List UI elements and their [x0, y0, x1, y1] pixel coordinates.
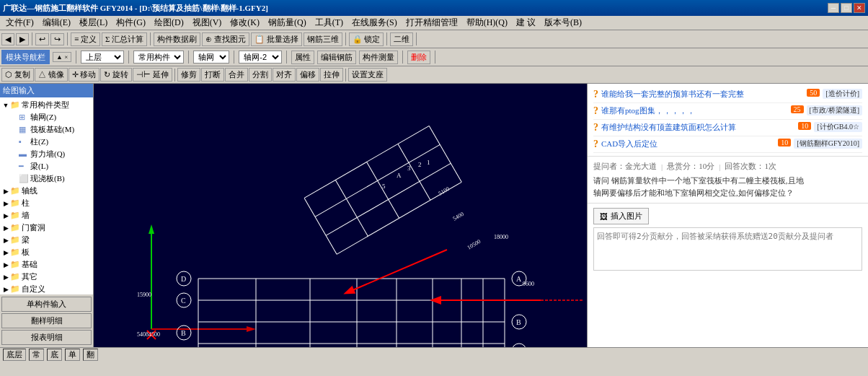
toolbar-delete[interactable]: 删除 [407, 51, 430, 64]
menu-view[interactable]: 视图(V) [188, 15, 226, 30]
floor-combo[interactable]: 上层底层 [81, 51, 124, 64]
badge-1: 50 [807, 89, 820, 97]
minimize-button[interactable]: ─ [828, 3, 839, 13]
tree-raft[interactable]: ▦ 筏板基础(M) [10, 123, 92, 136]
menu-rebar-qty[interactable]: 钢筋量(Q) [264, 15, 311, 30]
folder-icon4: 📁 [10, 211, 20, 221]
tree-beam2[interactable]: ▶ 📁 梁 [1, 234, 92, 246]
tree-shearwall[interactable]: ▬ 剪力墙(Q) [10, 148, 92, 160]
answer-area: 🖼 插入图片 [588, 204, 868, 347]
single-input-btn[interactable]: 单构件输入 [1, 297, 92, 312]
toolbar-2d[interactable]: 二维 [390, 32, 413, 46]
folder-icon8: 📁 [10, 260, 20, 270]
menu-file[interactable]: 文件(F) [1, 15, 38, 30]
tree-area: ▼ 📁 常用构件类型 ⊞ 轴网(Z) ▦ 筏板基础(M) ▪ 柱(Z) [0, 97, 93, 294]
expand-icon3 [10, 126, 19, 134]
tree-custom[interactable]: ▶ 📁 自定义 [1, 283, 92, 294]
toolbar-redo[interactable]: ↪ [50, 33, 64, 45]
menu-floor[interactable]: 楼层(L) [75, 15, 112, 30]
float-btn[interactable]: ▲ × [53, 52, 71, 62]
menu-online[interactable]: 在线服务(S) [347, 15, 402, 30]
tree-board[interactable]: ▶ 📁 板 [1, 246, 92, 258]
draw-offset[interactable]: 偏移 [296, 68, 319, 82]
draw-mirror[interactable]: △ 镜像 [35, 68, 68, 82]
tree-other[interactable]: ▶ 📁 其它 [1, 271, 92, 283]
toolbar-fwd[interactable]: ▶ [16, 33, 29, 45]
draw-merge[interactable]: 合并 [225, 68, 248, 82]
menu-version[interactable]: 版本号(B) [540, 15, 586, 30]
toolbar-property[interactable]: 属性 [291, 51, 314, 64]
status-fan: 翻 [83, 349, 98, 361]
tree-col2[interactable]: ▶ 📁 柱 [1, 197, 92, 209]
menu-edit[interactable]: 编辑(E) [38, 15, 75, 30]
tree-slab[interactable]: ⬜ 现浇板(B) [10, 172, 92, 185]
link-text-3[interactable]: 有维护结构没有顶盖建筑面积怎么计算 [601, 122, 795, 133]
tree-foundation[interactable]: ▶ 📁 基础 [1, 258, 92, 271]
toolbar-calc[interactable]: Σ 汇总计算 [102, 32, 147, 46]
report-detail-btn[interactable]: 报表明细 [1, 330, 92, 345]
toolbar-rebar-3d[interactable]: 钢筋三维 [304, 32, 342, 46]
axis-combo2[interactable]: 轴网-2 [239, 51, 282, 64]
fanyang-detail-btn[interactable]: 翻样明细 [1, 313, 92, 328]
link-text-4[interactable]: CAD导入后定位 [601, 139, 775, 149]
close-button[interactable]: ✕ [854, 3, 865, 13]
sep3 [150, 32, 151, 45]
badge-3: 10 [798, 122, 811, 130]
component-combo[interactable]: 常用构件 [133, 51, 184, 64]
draw-rotate[interactable]: ↻ 旋转 [100, 68, 132, 82]
tree-column[interactable]: ▪ 柱(Z) [10, 136, 92, 148]
toolbar-undo[interactable]: ↩ [35, 33, 49, 45]
menu-draw[interactable]: 绘图(D) [150, 15, 188, 30]
draw-align[interactable]: 对齐 [273, 68, 296, 82]
toolbar-batch-select[interactable]: 📋 批量选择 [251, 32, 302, 46]
cad-canvas-area[interactable]: 6900 6300 5400 450 390 3000 1000 1200 36… [94, 84, 587, 347]
tree-beam[interactable]: ━ 梁(L) [10, 160, 92, 172]
toolbar-edit-rebar[interactable]: 编辑钢筋 [317, 51, 356, 64]
expand-icon15: ▶ [1, 273, 10, 281]
menu-component[interactable]: 构件(G) [112, 15, 150, 30]
toolbar-find[interactable]: ⊕ 查找图元 [202, 32, 249, 46]
expand-icon: ▼ [1, 101, 10, 110]
q-answers: 回答次数：1次 [725, 161, 776, 172]
draw-extend[interactable]: ⊣⊢ 延伸 [133, 68, 172, 82]
menu-tools[interactable]: 工具(T) [311, 15, 347, 30]
tree-common-root[interactable]: ▼ 📁 常用构件类型 [1, 99, 92, 111]
tree-wall2[interactable]: ▶ 📁 墙 [1, 209, 92, 222]
toolbar-define[interactable]: ≡ 定义 [71, 32, 100, 46]
toolbar-lock[interactable]: 🔒 锁定 [349, 32, 384, 46]
folder-icon5: 📁 [10, 223, 20, 233]
tree-axisline[interactable]: ▶ 📁 轴线 [1, 185, 92, 197]
toolbar-data-brush[interactable]: 构件数据刷 [154, 32, 200, 46]
draw-split[interactable]: 分割 [249, 68, 272, 82]
toolbar-back[interactable]: ◀ [1, 33, 14, 45]
insert-img-btn[interactable]: 🖼 插入图片 [593, 208, 649, 224]
badge-4: 10 [778, 139, 791, 147]
link-text-1[interactable]: 谁能给我一套完整的预算书还有一套完整 [601, 89, 804, 100]
toolbar-row1: ◀ ▶ ↩ ↪ ≡ 定义 Σ 汇总计算 构件数据刷 ⊕ 查找图元 📋 批量选择 … [0, 30, 868, 48]
axis-combo1[interactable]: 轴网 [193, 51, 229, 64]
sep14 [174, 69, 175, 82]
tree-label-raft: 筏板基础(M) [30, 124, 74, 135]
svg-text:54084500: 54084500 [137, 331, 160, 338]
draw-move[interactable]: ✛ 移动 [68, 68, 100, 82]
menu-fine-mgmt[interactable]: 打开精细管理 [402, 15, 462, 30]
link-text-2[interactable]: 谁那有ptog图集，，，，， [601, 105, 788, 116]
draw-copy[interactable]: ⬡ 复制 [1, 68, 34, 82]
draw-stretch[interactable]: 拉伸 [320, 68, 343, 82]
sep-meta2: | [719, 162, 720, 171]
menu-modify[interactable]: 修改(K) [226, 15, 264, 30]
tag-1: [造价计价] [823, 89, 862, 99]
maximize-button[interactable]: □ [841, 3, 852, 13]
draw-trim[interactable]: 修剪 [177, 68, 200, 82]
q-points: 悬赏分：10分 [667, 161, 714, 172]
answer-input[interactable] [593, 227, 862, 271]
draw-break[interactable]: 打断 [201, 68, 224, 82]
tag-2: [市政/桥梁隧道] [807, 105, 862, 115]
menu-help[interactable]: 帮助(H)(Q) [462, 15, 512, 30]
svg-text:B: B [181, 329, 186, 337]
toolbar-measure[interactable]: 构件测量 [359, 51, 398, 64]
draw-set-support[interactable]: 设置支座 [348, 68, 387, 82]
menu-suggest[interactable]: 建 议 [512, 15, 540, 30]
tree-window[interactable]: ▶ 📁 门窗洞 [1, 222, 92, 234]
tree-axis-net[interactable]: ⊞ 轴网(Z) [10, 111, 92, 123]
